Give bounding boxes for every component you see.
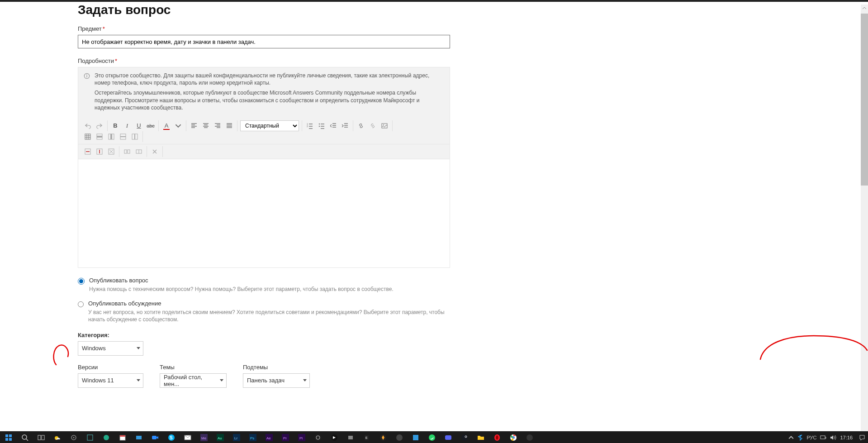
taskbar-app-zoom[interactable] [149,432,161,443]
bold-button[interactable]: B [110,120,121,131]
cell-split-button[interactable] [133,146,144,157]
taskbar-app-skype[interactable]: S [166,432,177,443]
table-button[interactable] [82,131,93,142]
font-style-select[interactable]: Стандартный [240,120,299,131]
taskbar-app-2[interactable] [100,432,112,443]
cell-merge-button[interactable] [122,146,133,157]
volume-icon[interactable] [830,435,836,440]
align-justify-button[interactable] [224,120,235,131]
search-button[interactable] [19,432,31,443]
table-delete-col-button[interactable] [94,146,105,157]
align-right-button[interactable] [212,120,223,131]
taskbar-app-explorer[interactable] [475,432,487,443]
notice-text-2: Остерегайтесь злоумышленников, которые п… [95,89,443,111]
taskbar-app-adobe-au[interactable]: Au [214,432,226,443]
taskbar-app-adobe-ps[interactable]: Ps [247,432,259,443]
table-insert-col-button[interactable] [129,131,140,142]
taskbar-app-adobe-pl[interactable]: Pl [296,432,308,443]
taskbar-app-adobe-me[interactable]: Me [198,432,210,443]
taskbar-app-settings[interactable] [68,432,80,443]
weather-widget[interactable] [52,432,63,443]
taskbar-app-8[interactable] [410,432,422,443]
subject-input[interactable] [78,35,450,48]
versions-select[interactable]: Windows 11 [78,373,143,388]
form-content: Задать вопрос Предмет* Подробности* Это … [78,3,530,388]
notifications-icon[interactable] [859,434,865,441]
redo-button[interactable] [94,120,105,131]
taskbar-app-epic[interactable]: E [361,432,373,443]
table-delete-row-button[interactable] [82,146,93,157]
post-type-discussion-row: Опубликовать обсуждение У вас нет вопрос… [78,300,450,323]
table-row-button[interactable] [94,131,105,142]
scrollbar-thumb[interactable] [861,14,868,186]
subject-label-text: Предмет [78,25,102,32]
svg-rect-58 [348,436,353,439]
taskbar-app-adobe-lr[interactable]: Lr [231,432,242,443]
table-insert-row-button[interactable] [118,131,128,142]
tray-expand-icon[interactable] [788,435,794,440]
underline-button[interactable]: U [133,120,144,131]
editor-toolbar: B I U abc A Стандартный [78,119,450,144]
link-button[interactable] [356,120,366,131]
required-mark: * [115,57,117,64]
align-left-button[interactable] [189,120,199,131]
taskbar-app-chrome[interactable] [508,432,519,443]
taskbar-app-1[interactable] [84,432,96,443]
network-icon[interactable] [820,435,826,440]
image-button[interactable] [379,120,390,131]
taskbar-app-9[interactable] [524,432,536,443]
notice-text-1: Это открытое сообщество. Для защиты ваше… [95,72,443,86]
taskbar-app-whatsapp[interactable] [426,432,438,443]
task-view-button[interactable] [35,432,47,443]
svg-point-26 [22,435,27,439]
svg-point-62 [396,434,403,441]
text-color-button[interactable]: A [161,120,172,131]
browser-chrome-top [0,0,868,2]
clear-format-button[interactable] [149,146,160,157]
scroll-up-arrow[interactable] [861,5,868,12]
taskbar-app-discord[interactable] [442,432,454,443]
taskbar-app-5[interactable] [345,432,356,443]
taskbar-app-adobe-pr[interactable]: Pr [280,432,291,443]
topics-select[interactable]: Рабочий стол, мен... [160,373,227,388]
table-delete-button[interactable] [106,146,117,157]
taskbar-app-obs[interactable] [312,432,324,443]
chevron-down-icon [220,379,223,381]
taskbar-app-steam[interactable] [459,432,470,443]
outdent-button[interactable] [328,120,339,131]
taskbar-app-4[interactable] [328,432,340,443]
table-col-button[interactable] [106,131,117,142]
post-type-discussion-radio[interactable] [78,301,84,308]
taskbar-app-calendar[interactable] [117,432,128,443]
start-button[interactable] [3,432,14,443]
unordered-list-button[interactable] [316,120,327,131]
bluetooth-icon[interactable] [797,434,803,441]
taskbar-app-mail[interactable] [182,432,194,443]
subject-label: Предмет* [78,25,530,32]
align-center-button[interactable] [200,120,211,131]
taskbar-app-adobe-ae[interactable]: Ae [263,432,275,443]
svg-point-64 [429,434,435,441]
vertical-scrollbar[interactable] [861,5,868,433]
taskbar-app-opera[interactable] [491,432,503,443]
italic-button[interactable]: I [122,120,133,131]
subtopics-value: Панель задач [247,377,285,384]
category-select[interactable]: Windows [78,341,143,356]
language-indicator[interactable]: РУС [806,435,816,440]
unlink-button[interactable] [367,120,378,131]
text-color-dropdown[interactable] [173,120,184,131]
indent-button[interactable] [340,120,351,131]
post-type-question-radio[interactable] [78,278,85,285]
ordered-list-button[interactable]: 12 [304,120,315,131]
strikethrough-button[interactable]: abc [145,120,156,131]
subtopics-select[interactable]: Панель задач [243,373,310,388]
taskbar-clock[interactable]: 17:16 [840,435,855,440]
taskbar-app-3[interactable] [133,432,145,443]
undo-button[interactable] [82,120,93,131]
taskbar-app-7[interactable] [394,432,405,443]
post-type-block: Опубликовать вопрос Нужна помощь с техни… [78,277,450,324]
page-title: Задать вопрос [78,3,530,17]
taskbar-app-6[interactable] [377,432,389,443]
editor-body[interactable] [78,159,450,268]
system-tray: РУС 17:16 [788,434,865,441]
